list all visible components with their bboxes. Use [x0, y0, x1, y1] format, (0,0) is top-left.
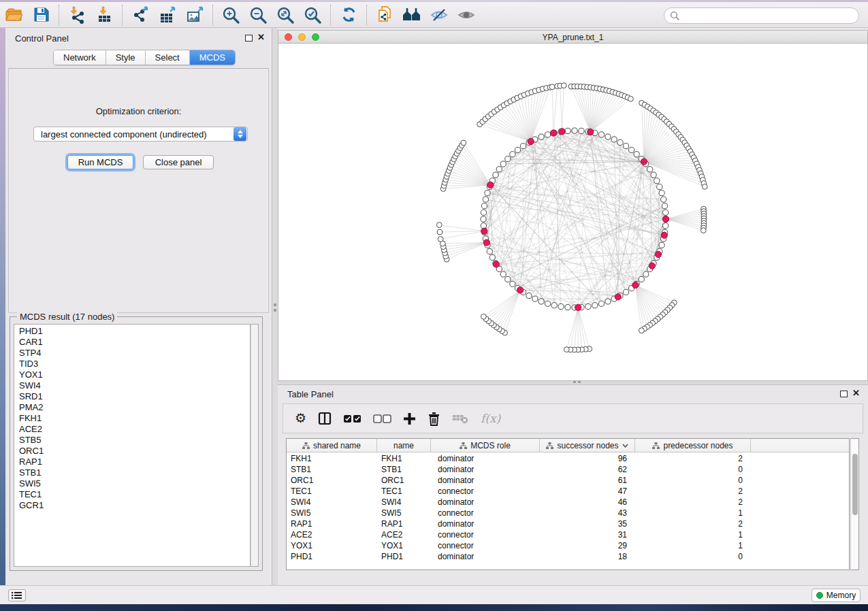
mcds-node[interactable]: [615, 294, 621, 300]
float-panel-icon[interactable]: [245, 35, 253, 42]
table-cell: 18: [540, 551, 635, 562]
mcds-node[interactable]: [481, 228, 487, 234]
mcds-node[interactable]: [662, 216, 669, 222]
mcds-node[interactable]: [550, 130, 556, 136]
table-row[interactable]: SWI5SWI5connector431: [287, 508, 849, 518]
table-scrollbar-thumb[interactable]: [852, 454, 858, 515]
mcds-result-item[interactable]: SRD1: [19, 391, 250, 402]
table-row[interactable]: ACE2ACE2connector311: [287, 529, 849, 540]
network-graph-canvas[interactable]: [278, 44, 868, 382]
save-icon[interactable]: [31, 5, 51, 25]
node-table[interactable]: shared namenameMCDS rolesuccessor nodesp…: [286, 438, 850, 570]
table-row[interactable]: STB1STB1dominator620: [287, 464, 849, 475]
copy-network-icon[interactable]: [374, 5, 395, 25]
mcds-result-item[interactable]: ORC1: [19, 446, 250, 457]
import-table-icon[interactable]: [94, 5, 114, 25]
mcds-node[interactable]: [655, 251, 661, 257]
zoom-selected-icon[interactable]: [302, 5, 323, 25]
zoom-fit-icon[interactable]: [275, 5, 295, 25]
table-row[interactable]: SWI4SWI4dominator462: [287, 497, 849, 508]
export-image-icon[interactable]: [184, 5, 205, 25]
mcds-result-item[interactable]: TID3: [19, 359, 250, 369]
mcds-node[interactable]: [649, 263, 655, 269]
table-row[interactable]: YOX1YOX1connector291: [287, 540, 849, 551]
column-header-successor-nodes[interactable]: successor nodes: [540, 439, 635, 452]
column-header-shared-name[interactable]: shared name: [287, 439, 377, 452]
mcds-node[interactable]: [487, 182, 494, 188]
deselect-all-columns-icon[interactable]: [373, 414, 391, 423]
mcds-result-item[interactable]: PMA2: [19, 402, 250, 413]
mcds-result-item[interactable]: STP4: [19, 348, 250, 359]
mcds-result-item[interactable]: RAP1: [19, 457, 250, 467]
gear-icon[interactable]: ⚙: [295, 412, 306, 425]
import-network-icon[interactable]: [67, 5, 87, 25]
close-panel-button[interactable]: Close panel: [143, 155, 214, 169]
mcds-result-item[interactable]: ACE2: [19, 424, 250, 435]
export-table-icon[interactable]: [157, 5, 178, 25]
mcds-node[interactable]: [661, 232, 667, 238]
close-panel-icon[interactable]: ✕: [257, 34, 265, 41]
add-column-icon[interactable]: [403, 412, 416, 425]
mcds-result-item[interactable]: STB1: [19, 467, 250, 478]
network-window-titlebar[interactable]: YPA_prune.txt_1: [278, 31, 867, 44]
table-cell: YOX1: [287, 540, 377, 551]
desktop-edge-bottom: [0, 604, 868, 611]
hide-selected-icon[interactable]: [429, 5, 449, 25]
criterion-dropdown[interactable]: largest connected component (undirected): [33, 127, 248, 142]
task-history-button[interactable]: [8, 589, 26, 601]
column-header-predecessor-nodes[interactable]: predecessor nodes: [635, 439, 751, 452]
mcds-node[interactable]: [483, 240, 489, 246]
show-all-icon[interactable]: [456, 5, 477, 25]
mcds-result-item[interactable]: SWI4: [19, 380, 250, 391]
run-mcds-button[interactable]: Run MCDS: [67, 155, 133, 169]
select-all-columns-icon[interactable]: [343, 414, 361, 423]
table-row[interactable]: PHD1PHD1dominator180: [287, 551, 849, 562]
refresh-icon[interactable]: [338, 5, 359, 25]
table-row[interactable]: RAP1RAP1dominator352: [287, 518, 849, 529]
float-table-panel-icon[interactable]: [840, 391, 848, 397]
export-network-icon[interactable]: [130, 5, 150, 25]
mcds-node[interactable]: [517, 287, 524, 293]
mcds-result-item[interactable]: SWI5: [19, 478, 250, 489]
column-header-MCDS-role[interactable]: MCDS role: [431, 439, 540, 452]
mcds-node[interactable]: [588, 129, 594, 135]
mcds-list-scrollbar[interactable]: [251, 324, 259, 567]
tab-style[interactable]: Style: [106, 50, 146, 65]
mcds-result-item[interactable]: FKH1: [19, 413, 250, 424]
table-cell: PHD1: [287, 551, 377, 562]
search-input[interactable]: [680, 10, 858, 22]
memory-button[interactable]: Memory: [811, 589, 861, 602]
vertical-splitter[interactable]: [272, 28, 278, 585]
first-neighbors-icon[interactable]: [402, 5, 422, 25]
mcds-node[interactable]: [528, 138, 534, 144]
mcds-node[interactable]: [493, 261, 499, 267]
tab-mcds[interactable]: MCDS: [190, 50, 235, 65]
table-row[interactable]: ORC1ORC1dominator610: [287, 475, 849, 486]
table-panel-title: Table Panel: [287, 389, 334, 399]
mcds-result-item[interactable]: YOX1: [19, 369, 250, 380]
table-cell: 35: [540, 518, 635, 529]
column-layout-icon[interactable]: [318, 412, 332, 425]
close-table-panel-icon[interactable]: ✕: [852, 390, 860, 397]
zoom-in-icon[interactable]: [221, 5, 241, 25]
mcds-node[interactable]: [575, 304, 581, 310]
mcds-result-item[interactable]: TEC1: [19, 489, 250, 500]
table-row[interactable]: FKH1FKH1dominator962: [287, 453, 849, 464]
delete-column-icon[interactable]: [428, 412, 440, 426]
mcds-node[interactable]: [559, 129, 565, 135]
mcds-node[interactable]: [632, 282, 639, 288]
column-header-name[interactable]: name: [377, 439, 431, 452]
zoom-out-icon[interactable]: [248, 5, 268, 25]
open-folder-icon[interactable]: [3, 5, 24, 25]
mcds-node[interactable]: [641, 159, 647, 165]
mcds-result-item[interactable]: GCR1: [19, 500, 250, 511]
mcds-result-item[interactable]: CAR1: [19, 337, 250, 348]
mcds-result-item[interactable]: PHD1: [19, 326, 250, 337]
table-scrollbar[interactable]: [850, 438, 859, 570]
tab-network[interactable]: Network: [54, 50, 106, 65]
mcds-result-item[interactable]: STB5: [19, 435, 250, 446]
mcds-result-list[interactable]: PHD1CAR1STP4TID3YOX1SWI4SRD1PMA2FKH1ACE2…: [14, 324, 251, 567]
search-box[interactable]: [664, 7, 859, 24]
table-row[interactable]: TEC1TEC1connector472: [287, 486, 849, 497]
tab-select[interactable]: Select: [146, 50, 190, 65]
